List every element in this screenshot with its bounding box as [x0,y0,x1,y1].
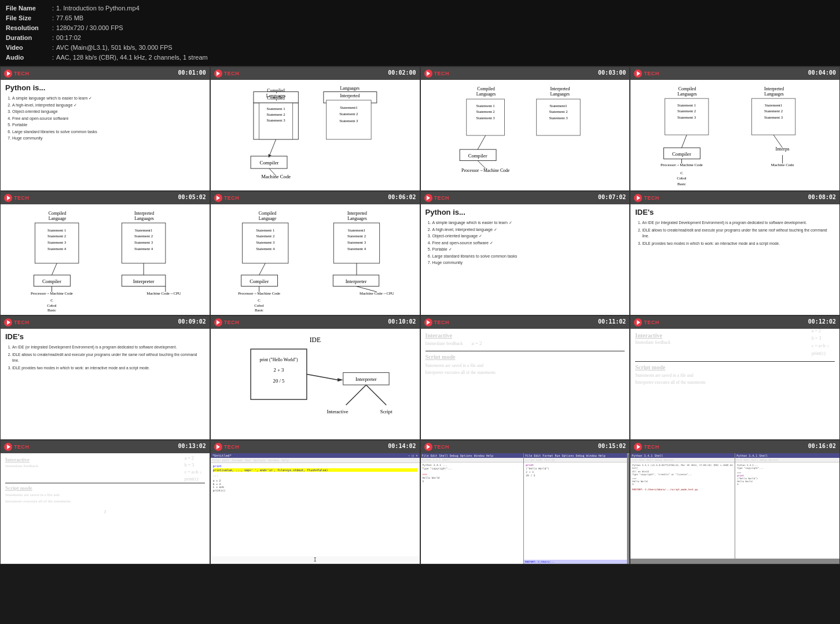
svg-text:Statement 4: Statement 4 [47,247,67,251]
logo-9: TECH [4,318,30,326]
svg-text:Compiled: Compiled [678,86,696,91]
thumb-content-13: Interactive Immediate feedback a = 2b = … [1,453,210,564]
svg-line-52 [682,135,687,148]
thumb-content-7: Python is... A simple language which is … [421,204,630,315]
thumbnail-5[interactable]: TECH 00:05:02 Compiled Language Statemen… [0,191,210,315]
svg-text:Statement 1: Statement 1 [47,228,66,232]
svg-text:Statement 2: Statement 2 [339,112,358,116]
thumb-header-15: TECH 00:15:02 [421,441,630,453]
timestamp-9: 00:09:02 [178,318,206,325]
thumb-content-6: Compiled Language Statement 1 Statement … [211,204,420,315]
thumbnail-9[interactable]: TECH 00:09:02 IDE's An IDE (or Integrate… [0,315,210,440]
thumbnail-3[interactable]: TECH 00:03:00 Compiled Languages Stateme… [420,67,630,191]
svg-text:Statement 2: Statement 2 [266,112,285,116]
slide-title-7: Python is... [425,208,625,216]
svg-text:Statement 4: Statement 4 [347,247,366,251]
thumbnail-1[interactable]: TECH 00:01:00 Python is... A simple lang… [0,67,210,191]
logo-11: TECH [424,318,450,326]
svg-text:Script: Script [380,409,393,415]
thumbnail-4[interactable]: TECH 00:04:00 Compiled Languages Stateme… [630,67,840,191]
thumbnail-11[interactable]: TECH 00:11:02 Interactive Immediate feed… [420,315,630,440]
svg-text:Processor→Machine Code: Processor→Machine Code [461,168,510,173]
thumbnail-16[interactable]: TECH 00:16:02 Python 3.4.1 Shell FileEdi… [630,440,840,564]
timestamp-13: 00:13:02 [178,443,206,449]
thumbnail-12[interactable]: TECH 00:12:02 Interactive Immediate feed… [630,315,840,440]
thumbnail-13[interactable]: TECH 00:13:02 Interactive Immediate feed… [0,440,210,564]
thumb-header-3: TECH 00:03:00 [421,67,630,80]
thumb-content-16: Python 3.4.1 Shell FileEditShellDebugOpt… [630,453,839,564]
file-size-value: 77.65 MB [56,13,210,23]
svg-text:Statement1: Statement1 [549,104,567,108]
svg-text:Compiler: Compiler [468,153,487,159]
logo-13: TECH [4,443,30,451]
svg-line-125 [346,385,366,405]
svg-text:Basic: Basic [47,308,56,311]
slide-list-9: An IDE (or Integrated Development Enviro… [5,344,205,370]
svg-text:Interpreted: Interpreted [134,211,154,216]
slide-title-9: IDE's [5,332,205,341]
svg-text:Statement1: Statement1 [135,228,152,232]
thumbnail-8[interactable]: TECH 00:08:02 IDE's An IDE (or Integrate… [630,191,840,315]
slide-list-8: An IDE (or Integrated Development Enviro… [635,220,835,246]
svg-text:Statement 3: Statement 3 [134,240,153,244]
thumb-content-11: Interactive Immediate feedback a = 2 Scr… [421,329,630,439]
svg-text:Compiled: Compiled [267,88,285,93]
svg-text:Compiler: Compiler [250,278,269,284]
slide-title-1: Python is... [5,83,205,92]
svg-text:Statement 4: Statement 4 [256,247,275,251]
svg-text:print ("Hello World"): print ("Hello World") [259,358,298,363]
timestamp-3: 00:03:00 [598,69,626,76]
logo-4: TECH [634,69,659,78]
svg-text:2 + 3: 2 + 3 [273,367,284,373]
svg-text:Interpreter: Interpreter [355,376,377,382]
svg-text:Compiled: Compiled [477,86,495,91]
thumbnail-2[interactable]: TECH 00:02:00 Compiled Compiled Language… [210,67,420,191]
svg-text:Statement 2: Statement 2 [347,234,366,238]
thumbnail-7[interactable]: TECH 00:07:02 Python is... A simple lang… [420,191,630,315]
svg-text:Statement1: Statement1 [765,103,782,107]
svg-text:Statement 2: Statement 2 [256,234,275,238]
svg-text:Compiled: Compiled [49,211,67,216]
thumb-header-13: TECH 00:13:02 [1,441,210,453]
diagram-svg-5: Compiled Language Statement 1 Statement … [5,208,205,311]
svg-text:Languages: Languages [347,216,367,222]
svg-line-105 [259,263,265,275]
logo-8: TECH [634,194,659,202]
logo-12: TECH [634,318,659,326]
timestamp-8: 00:08:02 [808,194,836,200]
thumbnail-6[interactable]: TECH 00:06:02 Compiled Language Statemen… [210,191,420,315]
logo-10: TECH [214,318,240,326]
svg-text:C: C [258,298,261,302]
thumb-content-14: *Untitled* — □ × FileEditFormatRunOption… [211,453,420,564]
svg-text:20 / 5: 20 / 5 [273,378,284,384]
logo-3: TECH [424,69,450,78]
logo-6: TECH [214,194,240,202]
timestamp-12: 00:12:02 [808,318,836,325]
svg-text:Interactive: Interactive [327,409,348,415]
thumb-header-7: TECH 00:07:02 [421,192,630,204]
svg-text:Interpreter: Interpreter [345,278,366,284]
thumb-content-10: IDE print ("Hello World") 2 + 3 20 / 5 I… [211,329,420,439]
logo-5: TECH [4,194,30,202]
logo-15: TECH [424,443,450,451]
svg-text:Statement 3: Statement 3 [476,116,495,120]
logo-16: TECH [634,443,659,451]
thumbnail-14[interactable]: TECH 00:14:02 *Untitled* — □ × FileEditF… [210,440,420,564]
svg-text:Statement 1: Statement 1 [476,104,494,108]
diagram-svg-10: IDE print ("Hello World") 2 + 3 20 / 5 I… [215,332,415,436]
diagram-svg-2: Compiled Compiled Languages Statement 1 … [215,83,415,187]
thumb-content-15: File Edit Shell Debug Options Window Hel… [421,453,630,564]
svg-text:C: C [680,171,683,175]
svg-text:Statement 3: Statement 3 [256,240,275,244]
timestamp-14: 00:14:02 [388,443,416,449]
svg-text:Interpreted: Interpreted [347,211,367,216]
svg-text:Languages: Languages [266,93,286,98]
svg-text:Languages: Languages [476,92,496,97]
thumb-header-10: TECH 00:10:02 [211,316,420,329]
file-name-label: File Name [6,3,52,13]
file-name-value: 1. Introduction to Python.mp4 [56,3,210,13]
thumbnail-15[interactable]: TECH 00:15:02 File Edit Shell Debug Opti… [420,440,630,564]
thumbnail-10[interactable]: TECH 00:10:02 IDE print ("Hello World") … [210,315,420,440]
logo-7: TECH [424,194,450,202]
thumb-content-5: Compiled Language Statement 1 Statement … [1,204,210,315]
